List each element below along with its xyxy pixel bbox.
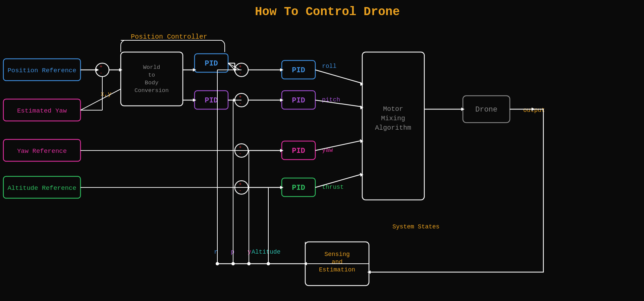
estimated-yaw-label: Estimated Yaw bbox=[17, 107, 67, 115]
svg-text:Estimation: Estimation bbox=[319, 266, 355, 273]
motor-mixing-label: Motor bbox=[383, 105, 403, 113]
svg-text:Mixing: Mixing bbox=[381, 115, 405, 122]
svg-point-76 bbox=[231, 262, 235, 265]
output-label: output bbox=[523, 107, 545, 114]
roll-signal-label: roll bbox=[322, 63, 336, 70]
pid-1-label: PID bbox=[205, 59, 218, 68]
svg-text:Algorithm: Algorithm bbox=[375, 124, 411, 132]
pid-yaw-label: PID bbox=[292, 147, 305, 155]
svg-text:Body: Body bbox=[145, 80, 159, 86]
svg-text:+: + bbox=[239, 94, 241, 99]
svg-text:to: to bbox=[148, 72, 155, 78]
svg-text:+: + bbox=[239, 64, 241, 69]
yaw-reference-label: Yaw Reference bbox=[17, 147, 67, 155]
svg-text:+: + bbox=[239, 181, 241, 187]
svg-text:-: - bbox=[100, 71, 102, 76]
pid-pitch-label: PID bbox=[292, 96, 305, 105]
svg-text:+: + bbox=[100, 64, 102, 69]
altitude-reference-label: Altitude Reference bbox=[7, 184, 76, 192]
svg-text:-: - bbox=[239, 151, 241, 157]
svg-text:-: - bbox=[239, 71, 241, 76]
sensing-label: Sensing bbox=[324, 251, 350, 258]
svg-point-82 bbox=[267, 262, 270, 265]
pid-thrust-label: PID bbox=[292, 184, 305, 192]
svg-rect-8 bbox=[121, 52, 183, 106]
pid-roll-label: PID bbox=[292, 66, 305, 75]
position-reference-label: Position Reference bbox=[7, 67, 76, 74]
svg-text:-: - bbox=[239, 188, 241, 194]
svg-text:-: - bbox=[239, 101, 241, 106]
pid-2-label: PID bbox=[205, 96, 218, 105]
position-controller-label: Position Controller bbox=[131, 33, 207, 41]
altitude-bottom-label: Altitude bbox=[252, 249, 280, 255]
svg-point-79 bbox=[247, 262, 251, 265]
page-title: How To Control Drone bbox=[255, 5, 400, 19]
svg-text:and: and bbox=[332, 259, 342, 265]
world-to-body-label: World bbox=[143, 64, 160, 71]
svg-text:Conversion: Conversion bbox=[135, 87, 169, 94]
svg-text:+: + bbox=[239, 144, 241, 150]
drone-label: Drone bbox=[475, 105, 497, 114]
svg-point-73 bbox=[216, 262, 219, 265]
p-label: p bbox=[231, 249, 234, 255]
y-label: y bbox=[248, 249, 251, 255]
system-states-label: System States bbox=[392, 223, 439, 230]
